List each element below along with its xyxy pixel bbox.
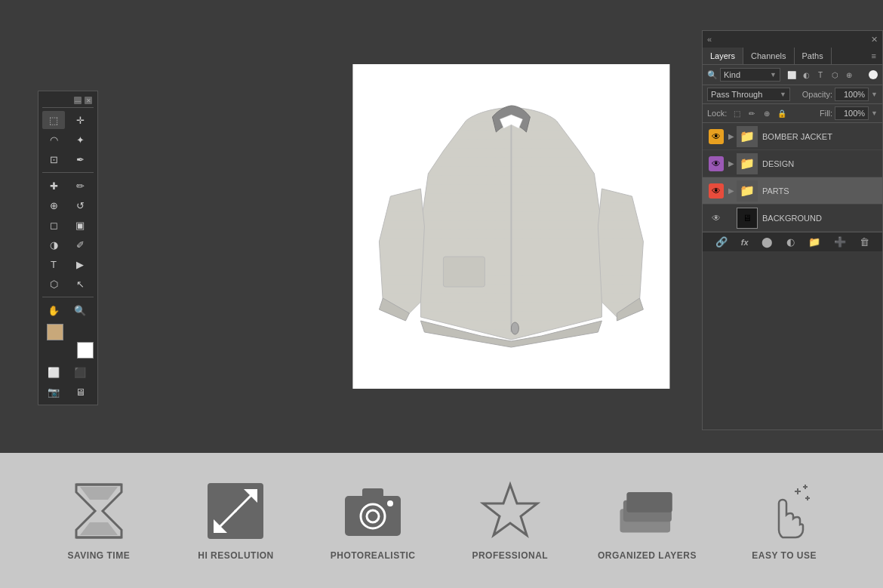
feature-saving-time: SAVING TIME [38,481,159,561]
toolbox-collapse-btn[interactable]: — [74,97,82,104]
tool-brush[interactable]: ✏ [69,177,91,195]
tool-lasso[interactable]: ◠ [42,131,65,149]
svg-marker-18 [483,485,537,535]
eye-red-indicator: 👁 [709,183,724,199]
eye-purple-indicator: 👁 [709,156,724,171]
fx-icon[interactable]: fx [741,238,749,247]
lock-position-icon[interactable]: ✏ [746,107,758,119]
professional-label: PROFESSIONAL [472,550,548,561]
tool-spot-healing[interactable]: ✚ [42,177,65,195]
blend-opacity-row: Pass Through ▼ Opacity: 100% ▼ [703,85,882,104]
layer-visibility-parts[interactable]: 👁 [707,182,725,200]
tool-camera[interactable]: 📷 [42,383,65,401]
text-filter-icon[interactable]: T [814,69,826,81]
close-icon[interactable]: ✕ [871,35,878,45]
layer-thumb-bomber-jacket: 📁 [737,126,758,147]
expand-design[interactable]: ▶ [728,159,734,168]
layer-item-background[interactable]: 👁 ▶ 🖥 BACKGROUND [703,205,882,232]
expand-background[interactable]: ▶ [728,214,734,222]
layer-item-bomber-jacket[interactable]: 👁 ▶ 📁 BOMBER JACKET [703,123,882,150]
svg-marker-5 [80,522,118,535]
tool-quick-mask[interactable]: ⬜ [42,363,65,381]
pixel-filter-icon[interactable]: ⬜ [786,69,798,81]
tool-bottom-row: ⬜ ⬛ 📷 🖥 [42,363,94,401]
blend-mode-chevron: ▼ [780,91,786,98]
tool-text[interactable]: T [42,255,65,273]
layers-menu-button[interactable]: ≡ [866,48,882,64]
fill-input[interactable]: 100% [835,106,869,120]
tab-paths[interactable]: Paths [795,48,832,64]
tool-move[interactable]: ✛ [69,111,91,129]
lock-all-icon[interactable]: 🔒 [776,107,788,119]
tool-eraser[interactable]: ◻ [42,216,65,234]
group-icon[interactable]: 📁 [808,236,820,248]
saving-time-label: SAVING TIME [68,550,131,561]
eye-gray-indicator: 👁 [709,211,724,226]
hi-resolution-icon-container [205,481,266,541]
toolbox-close-btn[interactable]: ✕ [85,97,92,104]
tab-layers[interactable]: Layers [703,48,743,64]
kind-filter-icons: ⬜ ◐ T ⬡ ⊕ [786,69,855,81]
opacity-input[interactable]: 100% [835,88,869,101]
feature-easy-to-use: EASY TO USE [724,481,845,561]
tool-history-brush[interactable]: ↺ [69,196,91,214]
layer-visibility-design[interactable]: 👁 [707,155,725,173]
photorealistic-icon-container [343,481,403,541]
opacity-label: Opacity: [802,90,832,99]
kind-dropdown[interactable]: Kind ▼ [720,68,780,82]
lock-artboard-icon[interactable]: ⊕ [761,107,773,119]
hourglass-icon [72,481,125,541]
fill-label: Fill: [820,109,832,118]
jacket-svg [368,75,654,377]
expand-bomber-jacket[interactable]: ▶ [728,132,734,140]
layers-list: 👁 ▶ 📁 BOMBER JACKET 👁 ▶ 📁 DESIGN [703,123,882,232]
monitor-icon: 🖥 [743,213,752,223]
tool-clone-stamp[interactable]: ⊕ [42,196,65,214]
tool-extra[interactable]: 🖥 [69,383,91,401]
tool-marquee[interactable]: ⬚ [42,111,65,129]
smart-filter-icon[interactable]: ⊕ [843,69,855,81]
tool-eyedropper[interactable]: ✒ [69,150,91,168]
link-icon[interactable]: 🔗 [715,236,728,248]
tool-gradient[interactable]: ▣ [69,216,91,234]
feature-bar: SAVING TIME HI RESOLUTION PHOTOREA [0,453,883,588]
background-color-swatch[interactable] [77,342,94,359]
saving-time-icon-container [69,481,129,541]
shape-filter-icon[interactable]: ⬡ [829,69,841,81]
layer-visibility-background[interactable]: 👁 [707,209,725,227]
opacity-chevron: ▼ [871,91,878,98]
new-layer-icon[interactable]: ➕ [834,236,846,248]
lock-pixels-icon[interactable]: ⬚ [731,107,743,119]
tool-pen[interactable]: ✐ [69,236,91,254]
adjustment-layer-icon[interactable]: ⬤ [761,236,773,248]
easy-to-use-label: EASY TO USE [752,550,817,561]
tool-path-selection[interactable]: ▶ [69,255,91,273]
layer-visibility-bomber-jacket[interactable]: 👁 [707,128,725,146]
resize-icon [206,482,265,540]
tool-zoom[interactable]: 🔍 [69,301,91,319]
touch-icon [756,481,813,541]
layer-item-parts[interactable]: 👁 ▶ 📁 PARTS [703,177,882,205]
layer-item-design[interactable]: 👁 ▶ 📁 DESIGN [703,150,882,177]
tab-channels[interactable]: Channels [743,48,794,64]
fill-chevron: ▼ [871,109,878,117]
blend-mode-dropdown[interactable]: Pass Through ▼ [707,88,790,101]
tool-magic-wand[interactable]: ✦ [69,131,91,149]
layers-panel-titlebar: « ✕ [703,31,882,48]
expand-parts[interactable]: ▶ [728,186,734,195]
tool-crop[interactable]: ⊡ [42,150,65,168]
collapse-icon[interactable]: « [707,35,712,44]
mask-icon[interactable]: ◐ [786,236,795,248]
tool-hand[interactable]: ✋ [42,301,65,319]
tool-screen-mode[interactable]: ⬛ [69,363,91,381]
layers-icon [617,482,677,539]
layers-panel: « ✕ Layers Channels Paths ≡ 🔍 Kind ▼ ⬜ ◐… [702,30,883,430]
tool-dodge[interactable]: ◑ [42,236,65,254]
tool-direct-selection[interactable]: ↖ [69,275,91,293]
layer-thumb-parts: 📁 [737,180,758,202]
foreground-color-swatch[interactable] [47,324,63,340]
adjustment-filter-icon[interactable]: ◐ [800,69,812,81]
delete-layer-icon[interactable]: 🗑 [860,236,869,248]
tool-shape[interactable]: ⬡ [42,275,65,293]
svg-point-17 [387,500,393,506]
